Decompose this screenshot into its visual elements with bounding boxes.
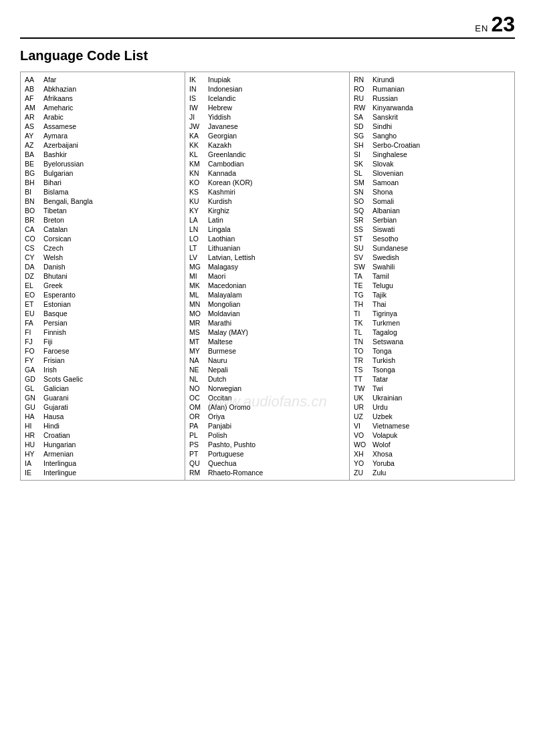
lang-name: Panjabi <box>208 422 231 430</box>
lang-code: HY <box>25 450 43 458</box>
lang-code: KA <box>189 132 208 140</box>
list-item: BIBislama <box>25 187 181 197</box>
table-grid: AAAfarABAbkhazianAFAfrikaansAMAmeharicAR… <box>21 72 514 480</box>
lang-code: IN <box>189 85 208 93</box>
lang-name: Greenlandic <box>208 150 246 158</box>
list-item: RNKirundi <box>354 75 510 84</box>
lang-name: Bislama <box>43 188 68 196</box>
lang-name: Korean (KOR) <box>208 178 253 186</box>
list-item: RURussian <box>354 94 510 103</box>
lang-name: Uzbek <box>372 412 393 420</box>
lang-name: Inupiak <box>208 76 231 84</box>
list-item: BRBreton <box>25 215 181 225</box>
list-item: QUQuechua <box>189 459 345 468</box>
page-number: 23 <box>491 13 515 35</box>
lang-name: Telugu <box>372 281 393 289</box>
lang-code: BG <box>25 169 43 177</box>
lang-code: DZ <box>25 272 43 280</box>
list-item: MNMongolian <box>189 299 345 309</box>
lang-code: KS <box>189 188 208 196</box>
lang-code: FY <box>25 356 43 364</box>
lang-name: Byelorussian <box>43 160 84 168</box>
list-item: IKInupiak <box>189 75 345 84</box>
lang-code: TH <box>354 300 372 308</box>
lang-code: RM <box>189 469 208 477</box>
lang-code: QU <box>189 459 208 467</box>
lang-code: WO <box>354 440 372 449</box>
lang-code: NE <box>189 366 208 374</box>
list-item: MIMaori <box>189 271 345 281</box>
column-1: AAAfarABAbkhazianAFAfrikaansAMAmeharicAR… <box>21 72 185 480</box>
list-item: RORumanian <box>354 84 510 94</box>
lang-name: Yoruba <box>372 459 395 467</box>
lang-name: Esperanto <box>43 291 76 299</box>
lang-name: Kannada <box>208 169 236 177</box>
lang-code: EL <box>25 281 43 289</box>
lang-code: BH <box>25 178 43 186</box>
lang-name: Bhutani <box>43 272 68 280</box>
lang-code: TT <box>354 375 372 383</box>
list-item: MKMacedonian <box>189 281 345 290</box>
lang-code: SO <box>354 197 372 205</box>
list-item: BOTibetan <box>25 206 181 215</box>
lang-name: Thai <box>372 300 386 308</box>
list-item: MTMaltese <box>189 337 345 346</box>
lang-name: Malagasy <box>208 263 238 271</box>
lang-code: EO <box>25 291 43 299</box>
lang-name: Sindhi <box>372 122 392 130</box>
lang-code: BR <box>25 216 43 224</box>
lang-name: Assamese <box>43 122 76 130</box>
list-item: SKSlovak <box>354 159 510 168</box>
list-item: SVSwedish <box>354 253 510 262</box>
lang-code: KO <box>189 178 208 186</box>
lang-name: Croatian <box>43 431 70 439</box>
list-item: COCorsican <box>25 234 181 243</box>
lang-name: Laothian <box>208 235 235 243</box>
lang-code: SL <box>354 169 372 177</box>
lang-name: Tibetan <box>43 207 67 215</box>
list-item: MGMalagasy <box>189 262 345 271</box>
lang-code: MR <box>189 319 208 327</box>
list-item: SISinghalese <box>354 150 510 159</box>
list-item: MSMalay (MAY) <box>189 328 345 337</box>
lang-code: TE <box>354 281 372 289</box>
list-item: RWKinyarwanda <box>354 103 510 112</box>
list-item: BEByelorussian <box>25 159 181 168</box>
lang-code: ML <box>189 291 208 299</box>
lang-code: TR <box>354 356 372 364</box>
list-item: SDSindhi <box>354 122 510 131</box>
list-item: HUHungarian <box>25 440 181 449</box>
list-item: GLGalician <box>25 384 181 393</box>
lang-code: SV <box>354 253 372 261</box>
lang-code: SU <box>354 244 372 252</box>
lang-name: Kinyarwanda <box>372 104 413 112</box>
lang-name: Lithuanian <box>208 244 240 252</box>
lang-name: Norwegian <box>208 384 241 392</box>
list-item: KSKashmiri <box>189 187 345 197</box>
lang-code: SR <box>354 216 372 224</box>
lang-name: Tigrinya <box>372 309 397 318</box>
lang-code: AY <box>25 132 43 140</box>
list-item: KNKannada <box>189 168 345 178</box>
lang-code: SW <box>354 263 372 271</box>
lang-name: Catalan <box>43 225 68 233</box>
lang-code: MY <box>189 347 208 355</box>
lang-code: FI <box>25 328 43 336</box>
lang-name: Yiddish <box>208 113 231 121</box>
list-item: IEInterlingue <box>25 468 181 477</box>
lang-code: RW <box>354 104 372 112</box>
lang-code: BN <box>25 197 43 205</box>
lang-code: GL <box>25 384 43 392</box>
list-item: HRCroatian <box>25 430 181 440</box>
lang-code: BI <box>25 188 43 196</box>
lang-code: VI <box>354 422 372 430</box>
list-item: VOVolapuk <box>354 430 510 440</box>
lang-name: Twi <box>372 384 383 392</box>
lang-name: Maltese <box>208 338 233 346</box>
lang-name: Bihari <box>43 178 62 186</box>
lang-code: IK <box>189 76 208 84</box>
lang-code: FJ <box>25 338 43 346</box>
lang-code: LV <box>189 253 208 261</box>
lang-code: KK <box>189 141 208 149</box>
lang-name: Tatar <box>372 375 388 383</box>
